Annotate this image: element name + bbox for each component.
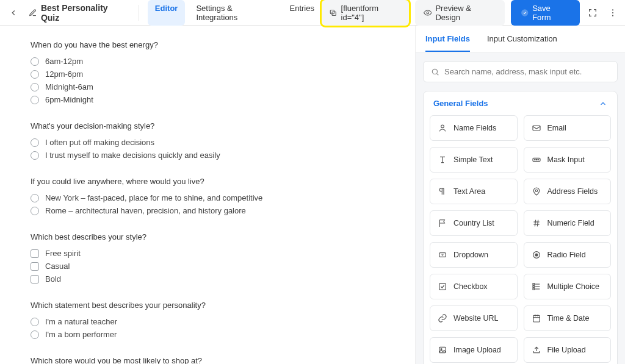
question-block[interactable]: What's your decision-making style? I oft… xyxy=(31,121,391,160)
radio-icon xyxy=(31,57,39,66)
pin-icon xyxy=(532,187,541,196)
tab-input-customization[interactable]: Input Customization xyxy=(487,34,557,52)
field-image-upload[interactable]: Image Upload xyxy=(430,337,518,363)
top-bar: Best Personality Quiz Editor Settings & … xyxy=(0,0,625,26)
shortcode-copy[interactable]: [fluentform id="4"] xyxy=(322,0,409,26)
tab-entries[interactable]: Entries xyxy=(283,0,322,26)
field-search-input[interactable] xyxy=(444,67,610,76)
svg-rect-10 xyxy=(533,126,540,130)
chevron-left-icon xyxy=(9,9,18,17)
svg-rect-29 xyxy=(533,288,535,290)
checkbox-icon xyxy=(31,249,39,258)
radio-option[interactable]: New York – fast-paced, place for me to s… xyxy=(31,193,391,202)
radio-option[interactable]: 6am-12pm xyxy=(31,57,391,66)
image-icon xyxy=(438,345,447,355)
search-icon xyxy=(431,68,439,76)
chevron-up-icon xyxy=(599,99,607,108)
svg-point-5 xyxy=(612,12,613,13)
field-file-upload[interactable]: File Upload xyxy=(524,337,612,363)
field-country[interactable]: Country List xyxy=(430,210,518,236)
field-datetime[interactable]: Time & Date xyxy=(524,305,612,331)
back-button[interactable] xyxy=(5,4,21,21)
svg-point-4 xyxy=(612,9,613,10)
question-title: Which best describes your style? xyxy=(31,232,391,241)
upload-icon xyxy=(532,345,541,355)
fullscreen-icon xyxy=(588,8,598,18)
preview-button[interactable]: Preview & Design xyxy=(415,0,505,26)
tab-input-fields[interactable]: Input Fields xyxy=(425,34,470,52)
radio-option[interactable]: I'm a born performer xyxy=(31,330,391,339)
field-grid: Name Fields Email Simple Text Mask Input xyxy=(424,115,617,364)
svg-point-12 xyxy=(534,159,535,160)
form-title-text: Best Personality Quiz xyxy=(41,3,126,23)
copy-icon xyxy=(329,9,338,17)
field-radio[interactable]: Radio Field xyxy=(524,242,612,268)
question-block[interactable]: If you could live anywhere, where would … xyxy=(31,177,391,215)
tab-settings[interactable]: Settings & Integrations xyxy=(189,0,278,26)
radio-icon xyxy=(31,194,39,202)
field-url[interactable]: Website URL xyxy=(430,305,518,331)
more-menu-button[interactable] xyxy=(606,5,620,20)
field-numeric[interactable]: Numeric Field xyxy=(524,210,612,236)
radio-icon xyxy=(31,151,39,160)
question-title: When do you have the best energy? xyxy=(31,40,391,49)
radio-option[interactable]: I often put off making decisions xyxy=(31,138,391,147)
radio-option[interactable]: Rome – architectural haven, precision, a… xyxy=(31,206,391,215)
radio-icon xyxy=(31,96,39,104)
field-email[interactable]: Email xyxy=(524,115,612,141)
hash-icon xyxy=(532,218,541,228)
radio-option[interactable]: 6pm-Midnight xyxy=(31,95,391,104)
checkbox-option[interactable]: Free spirit xyxy=(31,249,391,258)
svg-point-7 xyxy=(432,69,437,74)
svg-point-15 xyxy=(535,190,537,191)
mask-icon xyxy=(532,155,541,165)
radio-option[interactable]: 12pm-6pm xyxy=(31,70,391,79)
field-search[interactable] xyxy=(423,61,618,82)
field-simple-text[interactable]: Simple Text xyxy=(430,147,518,173)
section-toggle[interactable]: General Fields xyxy=(424,91,617,115)
form-title[interactable]: Best Personality Quiz xyxy=(25,3,130,23)
shortcode-text: [fluentform id="4"] xyxy=(341,4,402,22)
checkbox-icon xyxy=(31,275,39,284)
fields-panel: Input Fields Input Customization General… xyxy=(415,26,625,364)
list-check-icon xyxy=(532,282,541,291)
question-block[interactable]: When do you have the best energy? 6am-12… xyxy=(31,40,391,104)
radio-icon xyxy=(31,318,39,326)
field-checkbox[interactable]: Checkbox xyxy=(430,274,518,299)
radio-icon xyxy=(31,70,39,79)
radio-option[interactable]: I'm a natural teacher xyxy=(31,317,391,326)
field-multiple-choice[interactable]: Multiple Choice xyxy=(524,274,612,299)
checkbox-icon xyxy=(31,262,39,271)
save-button[interactable]: Save Form xyxy=(511,0,580,26)
user-icon xyxy=(438,123,447,133)
checkbox-option[interactable]: Bold xyxy=(31,274,391,284)
paragraph-icon xyxy=(438,187,447,196)
svg-line-18 xyxy=(535,220,535,227)
radio-icon xyxy=(31,207,39,215)
fullscreen-button[interactable] xyxy=(586,5,600,20)
general-fields-section: General Fields Name Fields Email Simple xyxy=(423,91,618,364)
field-dropdown[interactable]: Dropdown xyxy=(430,242,518,268)
field-address[interactable]: Address Fields xyxy=(524,179,612,204)
field-mask-input[interactable]: Mask Input xyxy=(524,147,612,173)
svg-point-22 xyxy=(535,254,538,256)
radio-icon xyxy=(31,83,39,91)
checkbox-field-icon xyxy=(438,282,447,291)
question-title: What's your decision-making style? xyxy=(31,121,391,130)
checkbox-option[interactable]: Casual xyxy=(31,262,391,271)
edit-icon xyxy=(29,9,37,17)
question-block[interactable]: Which best describes your style? Free sp… xyxy=(31,232,391,284)
radio-option[interactable]: Midnight-6am xyxy=(31,82,391,91)
tab-editor[interactable]: Editor xyxy=(148,0,186,26)
question-block[interactable]: Which store would you be most likely to … xyxy=(31,356,391,364)
field-name[interactable]: Name Fields xyxy=(430,115,518,141)
question-block[interactable]: Which statement best describes your pers… xyxy=(31,301,391,339)
panel-tabs: Input Fields Input Customization xyxy=(416,26,625,52)
field-textarea[interactable]: Text Area xyxy=(430,179,518,204)
radio-option[interactable]: I trust myself to make decisions quickly… xyxy=(31,151,391,160)
svg-rect-23 xyxy=(439,284,446,290)
check-circle-icon xyxy=(521,9,529,17)
link-icon xyxy=(438,313,447,323)
svg-line-19 xyxy=(537,220,538,227)
eye-icon xyxy=(424,9,432,17)
